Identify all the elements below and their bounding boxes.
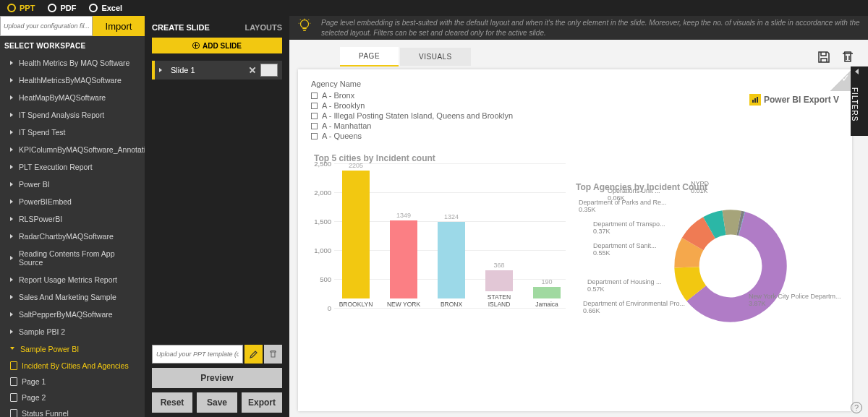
filter-option-label: A - Bronx (322, 91, 354, 100)
preview-button[interactable]: Preview (152, 368, 282, 388)
page-icon (10, 377, 17, 386)
filter-option[interactable]: A - Manhattan (311, 121, 852, 130)
checkbox-icon (311, 93, 318, 99)
tab-layouts[interactable]: LAYOUTS (244, 23, 282, 32)
workspace-label: RLSPowerBI (19, 215, 62, 223)
pencil-icon (250, 350, 258, 358)
page-icon (10, 393, 17, 402)
radio-icon (89, 4, 98, 12)
workspace-label: Power BI (19, 180, 50, 189)
workspace-item[interactable]: PowerBIEmbed (0, 193, 145, 210)
checkbox-icon (311, 103, 318, 109)
svg-rect-2 (754, 98, 756, 103)
donut-label: NYPD0.01K (691, 181, 709, 195)
donut-label: Department of Transpo...0.37K (593, 221, 665, 236)
chevron-icon (10, 182, 13, 186)
workspace-item[interactable]: Sample PBI 2 (0, 323, 145, 340)
workspace-item[interactable]: RadarChartbyMAQSoftware (0, 228, 145, 245)
radio-icon (7, 4, 16, 12)
workspace-label: IT Spend Analysis Report (19, 111, 104, 119)
tab-create-slide[interactable]: CREATE SLIDE (152, 23, 210, 32)
workspace-item[interactable]: RLSPowerBI (0, 210, 145, 228)
ppt-template-input[interactable] (152, 345, 243, 364)
help-icon[interactable]: ? (851, 402, 862, 413)
import-button[interactable]: Import (93, 16, 145, 36)
filter-option-label: A - Brooklyn (322, 101, 365, 110)
bar: 368STATEN ISLAND (479, 262, 519, 308)
filter-option[interactable]: A - Queens (311, 132, 852, 140)
slide-item-1[interactable]: Slide 1 (152, 61, 282, 79)
edit-template-button[interactable] (244, 345, 263, 364)
filter-option-label: A - Illegal Posting Staten Island, Queen… (322, 111, 513, 120)
bar: 1349NEW YORK (383, 212, 424, 308)
workspace-item[interactable]: PLT Execution Report (0, 158, 145, 176)
workspace-item[interactable]: Health Metrics By MAQ Software (0, 54, 145, 72)
plus-icon (192, 42, 200, 49)
config-upload-input[interactable] (0, 16, 93, 36)
donut-label: Department of Housing ...0.57K (587, 279, 662, 293)
save-button[interactable]: Save (197, 392, 237, 413)
chevron-icon (10, 312, 13, 317)
radio-pdf[interactable]: PDF (48, 4, 76, 12)
tip-text: Page level embedding is best-suited with… (321, 19, 860, 37)
workspace-list[interactable]: Health Metrics By MAQ SoftwareHealthMetr… (0, 54, 145, 417)
page-icon (10, 361, 17, 370)
chevron-icon (10, 95, 13, 100)
workspace-label: Sample PBI 2 (19, 327, 65, 336)
workspace-item[interactable]: SaltPepperByMAQSoftware (0, 306, 145, 323)
chevron-icon (10, 234, 13, 238)
slide-canvas: ✓ Power BI Export V Agency Name A - Bron… (298, 69, 852, 411)
workspace-sidebar: Import SELECT WORKSPACE Health Metrics B… (0, 16, 145, 417)
page-item[interactable]: Page 1 (0, 374, 145, 390)
format-radio-bar: PPT PDF Excel (0, 0, 868, 16)
workspace-label: Sales And Marketing Sample (19, 293, 116, 301)
save-icon[interactable] (817, 51, 830, 64)
filter-title: Agency Name (311, 79, 852, 88)
slide-label: Slide 1 (171, 66, 195, 74)
page-label: Incident By Cities And Agencies (22, 361, 129, 370)
workspace-label: Health Metrics By MAQ Software (19, 59, 129, 67)
trash-icon[interactable] (842, 51, 854, 64)
tip-bar: Page level embedding is best-suited with… (289, 16, 868, 40)
workspace-label: Reading Contents From App Source (19, 249, 139, 267)
chevron-left-icon (855, 69, 859, 74)
page-item[interactable]: Status Funnel (0, 405, 145, 417)
add-slide-button[interactable]: ADD SLIDE (152, 38, 282, 53)
workspace-item[interactable]: KPIColumnByMAQSoftware_Annotation (0, 141, 145, 158)
chevron-icon (10, 165, 13, 169)
page-icon (10, 409, 17, 417)
chevron-icon (10, 199, 13, 204)
bar-chart: 2,5002,0001,5001,0005000 2205BROOKLYN134… (312, 163, 566, 351)
workspace-item[interactable]: HealthMetricsByMAQSoftware (0, 72, 145, 89)
tab-visuals[interactable]: VISUALS (400, 48, 471, 66)
chevron-icon (10, 347, 14, 352)
radio-excel[interactable]: Excel (89, 4, 122, 12)
workspace-item[interactable]: HeatMapByMAQSoftware (0, 89, 145, 106)
delete-template-button[interactable] (264, 345, 282, 364)
workspace-item[interactable]: Sales And Marketing Sample (0, 288, 145, 306)
workspace-label: HeatMapByMAQSoftware (19, 93, 106, 102)
close-icon[interactable] (249, 66, 256, 74)
radio-ppt[interactable]: PPT (7, 4, 35, 12)
workspace-item[interactable]: Power BI (0, 176, 145, 193)
page-item[interactable]: Incident By Cities And Agencies (0, 358, 145, 374)
slide-panel: CREATE SLIDE LAYOUTS ADD SLIDE Slide 1 P… (145, 16, 289, 417)
workspace-item[interactable]: Report Usage Metrics Report (0, 271, 145, 288)
page-item[interactable]: Page 2 (0, 390, 145, 405)
donut-chart: NYPD0.01KOperations Unit ...0.06KDepartm… (579, 185, 846, 387)
chevron-icon (10, 330, 13, 334)
export-button[interactable]: Export (242, 392, 282, 413)
chevron-right-icon (159, 68, 162, 72)
filter-option[interactable]: A - Illegal Posting Staten Island, Queen… (311, 111, 852, 120)
workspace-item[interactable]: Sample Power BI (0, 340, 145, 358)
workspace-item[interactable]: Reading Contents From App Source (0, 245, 145, 271)
chevron-icon (10, 78, 13, 82)
chevron-icon (10, 278, 13, 282)
powerbi-icon (749, 94, 761, 106)
reset-button[interactable]: Reset (152, 392, 192, 413)
workspace-item[interactable]: IT Spend Test (0, 124, 145, 141)
filters-expand-tab[interactable]: FILTERS (851, 66, 868, 136)
donut-label: Department of Parks and Re...0.35K (579, 199, 667, 214)
workspace-item[interactable]: IT Spend Analysis Report (0, 106, 145, 124)
tab-page[interactable]: PAGE (340, 47, 399, 66)
